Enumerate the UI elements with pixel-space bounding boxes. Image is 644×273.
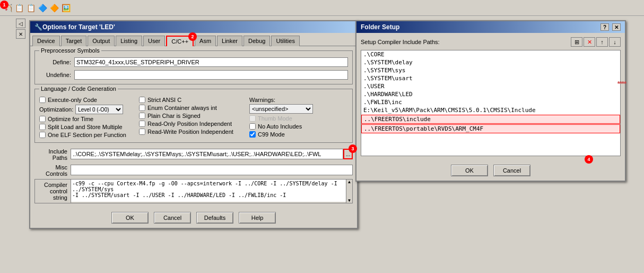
warnings-select[interactable]: <unspecified> All Warnings: [249, 104, 313, 114]
check-read-only-label: Read-Only Position Independent: [147, 121, 232, 127]
path-item[interactable]: ..\FREERTOS\include: [361, 115, 620, 124]
undefine-input[interactable]: [74, 70, 348, 80]
compiler-textarea[interactable]: -c99 -c --cpu Cortex-M4.fp -g -O0 --apcs…: [71, 180, 352, 202]
toolbar-icon-gem1[interactable]: 🔷: [37, 3, 48, 13]
misc-controls-input[interactable]: [71, 165, 353, 175]
tab-device[interactable]: Device: [32, 36, 60, 46]
close-title-btn[interactable]: ✕: [612, 23, 621, 31]
path-item[interactable]: .\CORE: [361, 50, 620, 58]
path-item[interactable]: .\SYSTEM\usart: [361, 74, 620, 82]
check-read-only: Read-Only Position Independent: [139, 121, 245, 127]
close-sidebar-btn[interactable]: ✕: [16, 29, 25, 39]
path-item[interactable]: .\SYSTEM\sys: [361, 66, 620, 74]
check-c99-label: C99 Mode: [258, 131, 285, 138]
collapse-btn[interactable]: ◁: [16, 19, 25, 28]
check-read-write-input[interactable]: [139, 129, 145, 135]
tab-target[interactable]: Target: [61, 36, 87, 46]
badge-3: 3: [349, 144, 357, 153]
badge-2: 2: [188, 32, 197, 41]
tab-linker[interactable]: Linker: [217, 36, 242, 46]
path-item[interactable]: .\USER: [361, 82, 620, 90]
optimization-label: Optimization:: [39, 106, 73, 113]
check-enum-container-input[interactable]: [139, 105, 145, 111]
include-paths-label: IncludePaths: [34, 147, 71, 161]
optimization-select[interactable]: Level 0 (-O0) Level 1 (-O1) Level 2 (-O2…: [75, 105, 123, 114]
toolbar-icon-gem2[interactable]: 🔶: [49, 3, 59, 13]
badge-1: 1: [0, 1, 8, 9]
help-button[interactable]: Help: [239, 212, 276, 224]
language-label: Language / Code Generation: [39, 86, 118, 92]
path-item[interactable]: .\HARDWARE\LED: [361, 90, 620, 98]
tab-debug[interactable]: Debug: [243, 36, 270, 46]
folder-title-text: Folder Setup: [361, 23, 399, 31]
folder-title-buttons: ? ✕: [601, 23, 621, 31]
path-item[interactable]: .\SYSTEM\delay: [361, 58, 620, 66]
define-input[interactable]: [74, 57, 348, 67]
toolbar-icon-copy1[interactable]: 📋: [14, 3, 24, 13]
compiler-label: Compilercontrolstring: [35, 180, 71, 203]
delete-path-btn[interactable]: ✕: [584, 37, 595, 47]
path-list: .\CORE.\SYSTEM\delay.\SYSTEM\sys.\SYSTEM…: [361, 50, 621, 156]
check-strict-ansi-input[interactable]: [139, 97, 145, 103]
toolbar: 1 🏹 📋 📋 🔷 🔶 🖼️: [0, 0, 644, 16]
warnings-section: Warnings: <unspecified> All Warnings: [249, 97, 345, 114]
language-group: Language / Code Generation Execute-only …: [34, 89, 353, 143]
check-read-only-input[interactable]: [139, 121, 145, 127]
path-item[interactable]: .\FWLIB\inc: [361, 98, 620, 106]
tabs-bar: Device Target Output Listing User C/C++ …: [30, 33, 357, 46]
folder-toolbar: ⊞ ✕ ↑ ↓: [571, 37, 621, 47]
include-paths-row: IncludePaths ... 3: [34, 147, 353, 161]
cancel-button[interactable]: Cancel: [154, 212, 191, 224]
define-row: Define:: [39, 57, 348, 67]
check-no-auto-label: No Auto Includes: [258, 123, 302, 130]
check-plain-char: Plain Char is Signed: [139, 113, 245, 119]
dialog-buttons: OK Cancel Defaults Help: [30, 208, 357, 228]
check-enum-container-label: Enum Container always int: [147, 105, 217, 111]
path-item[interactable]: ..\FREERTOS\portable\RVDS\ARM_CM4F: [361, 124, 620, 133]
help-title-btn[interactable]: ?: [601, 23, 609, 31]
tab-output[interactable]: Output: [88, 36, 115, 46]
check-plain-char-label: Plain Char is Signed: [147, 113, 201, 119]
check-optimize-time-input[interactable]: [39, 116, 46, 122]
scrollbar[interactable]: ▲ ▼: [346, 180, 352, 203]
tab-cpp[interactable]: C/C++ 2: [166, 36, 194, 46]
check-one-elf-input[interactable]: [39, 132, 46, 138]
check-one-elf-label: One ELF Section per Function: [48, 132, 126, 138]
toolbar-icon-image[interactable]: 🖼️: [60, 3, 71, 13]
check-execute-only-label: Execute-only Code: [48, 97, 97, 103]
folder-ok-btn[interactable]: OK: [451, 165, 488, 176]
ok-button[interactable]: OK: [111, 212, 149, 224]
tab-utilities[interactable]: Utilities: [271, 36, 299, 46]
move-down-btn[interactable]: ↓: [609, 37, 621, 47]
path-item[interactable]: E:\Keil_v5\ARM\Pack\ARM\CMSIS\5.0.1\CMSI…: [361, 106, 620, 114]
check-split-load: Split Load and Store Multiple: [39, 124, 135, 130]
defaults-button[interactable]: Defaults: [196, 212, 233, 224]
check-no-auto-includes: No Auto Includes: [249, 123, 345, 130]
tab-cpp-label: C/C++: [171, 38, 188, 45]
options-dialog-title: 🔧 Options for Target 'LED': [30, 21, 357, 33]
check-no-auto-input[interactable]: [249, 123, 256, 130]
folder-cancel-btn[interactable]: Cancel: [493, 165, 530, 176]
folder-setup-dialog: Folder Setup ? ✕ Setup Compiler Include …: [355, 20, 626, 182]
folder-header-label: Setup Compiler Include Paths:: [361, 39, 440, 45]
tab-listing[interactable]: Listing: [116, 36, 142, 46]
check-plain-char-input[interactable]: [139, 113, 145, 119]
check-thumb-mode-input[interactable]: [249, 115, 256, 122]
folder-content: Setup Compiler Include Paths: ⊞ ✕ ↑ ↓ .\…: [356, 33, 625, 160]
check-c99: C99 Mode: [249, 131, 345, 138]
check-c99-input[interactable]: [249, 131, 256, 138]
check-optimize-time: Optimize for Time: [39, 116, 135, 122]
check-read-write-label: Read-Write Position Independent: [147, 129, 233, 135]
move-up-btn[interactable]: ↑: [596, 37, 608, 47]
misc-controls-label: MiscControls: [34, 163, 71, 177]
include-paths-input[interactable]: [71, 149, 343, 159]
check-enum-container: Enum Container always int: [139, 105, 245, 111]
check-execute-only-input[interactable]: [39, 97, 46, 103]
toolbar-icon-copy2[interactable]: 📋: [25, 3, 36, 13]
tab-user[interactable]: User: [143, 36, 165, 46]
check-strict-ansi-label: Strict ANSI C: [147, 97, 181, 103]
check-split-load-input[interactable]: [39, 124, 46, 130]
folder-buttons: OK Cancel: [356, 160, 625, 181]
tab-asm[interactable]: Asm: [195, 36, 216, 46]
new-folder-btn[interactable]: ⊞: [571, 37, 582, 47]
